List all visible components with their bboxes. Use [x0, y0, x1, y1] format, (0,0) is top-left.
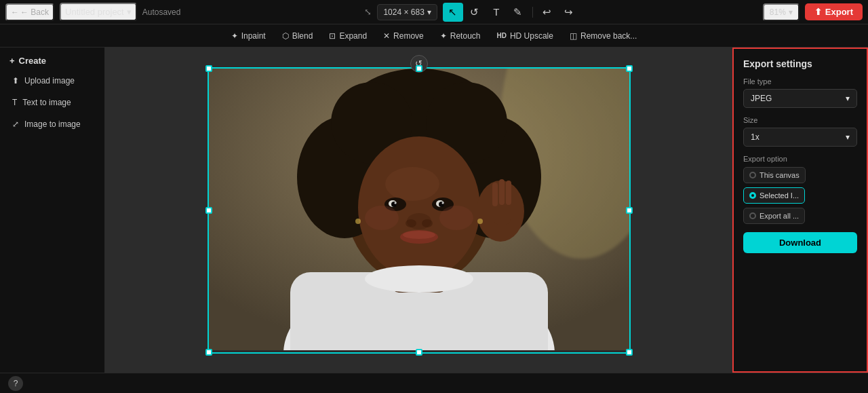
sidebar-item-text-to-image[interactable]: T Text to image — [5, 93, 99, 112]
selected-radio[interactable]: Selected I... — [743, 187, 805, 204]
redo-button[interactable]: ↪ — [559, 3, 579, 22]
sidebar: + Create ⬆ Upload image T Text to image … — [0, 48, 105, 373]
upscale-icon: HD — [496, 32, 506, 39]
expand-icon: ⊡ — [329, 31, 336, 41]
refresh-icon: ↺ — [470, 6, 479, 18]
selection-handle-tc[interactable] — [416, 65, 422, 72]
selection-handle-bl[interactable] — [205, 349, 212, 356]
svg-point-24 — [422, 219, 433, 227]
sidebar-section-title: + Create — [5, 53, 99, 69]
chevron-down-icon: ▾ — [846, 94, 850, 103]
zoom-level: 81% — [770, 7, 786, 17]
help-button[interactable]: ? — [8, 376, 23, 391]
canvas-image-container[interactable]: ↺ — [208, 67, 631, 354]
image-to-image-icon: ⤢ — [12, 119, 19, 129]
zoom-button[interactable]: 81% ▾ — [763, 3, 800, 21]
svg-point-27 — [365, 206, 399, 230]
chevron-down-icon: ▾ — [127, 7, 132, 17]
remove-tool-button[interactable]: ✕ Remove — [376, 29, 431, 43]
help-icon: ? — [14, 379, 18, 388]
svg-point-26 — [403, 231, 435, 239]
export-settings-title: Export settings — [743, 58, 857, 69]
size-value: 1x — [751, 132, 760, 142]
undo-button[interactable]: ↩ — [537, 3, 557, 22]
retouch-label: Retouch — [450, 31, 481, 41]
toolbar-divider — [532, 7, 533, 18]
file-type-label: File type — [743, 77, 857, 86]
svg-point-28 — [439, 206, 473, 230]
selection-handle-ml[interactable] — [205, 207, 212, 214]
topbar-right: 81% ▾ ⬆ Export — [763, 3, 863, 21]
pen-icon: ✎ — [513, 6, 522, 18]
svg-rect-33 — [506, 181, 511, 205]
this-canvas-radio[interactable]: This canvas — [743, 167, 806, 183]
sidebar-item-upload-image[interactable]: ⬆ Upload image — [5, 71, 99, 90]
size-select[interactable]: 1x ▾ — [743, 128, 857, 147]
cursor-tool-button[interactable]: ↖ — [443, 3, 463, 22]
refresh-button[interactable]: ↺ — [465, 3, 485, 22]
expand-tool-button[interactable]: ⊡ Expand — [322, 29, 374, 43]
svg-point-23 — [406, 219, 416, 227]
remove-bg-label: Remove back... — [580, 31, 637, 41]
svg-point-34 — [365, 265, 473, 293]
size-label: Size — [743, 116, 857, 124]
canvas-image — [209, 69, 629, 350]
blend-label: Blend — [292, 31, 313, 41]
sidebar-item-image-to-image[interactable]: ⤢ Image to image — [5, 115, 99, 134]
remove-label: Remove — [393, 31, 424, 41]
project-name-button[interactable]: Untitled project ▾ — [60, 3, 137, 21]
remove-icon: ✕ — [383, 31, 390, 41]
remove-bg-icon: ◫ — [570, 31, 577, 41]
blend-tool-button[interactable]: ⬡ Blend — [275, 29, 320, 43]
export-all-radio-dot — [749, 212, 756, 219]
export-button[interactable]: ⬆ Export — [805, 3, 863, 20]
selection-handle-bc[interactable] — [416, 349, 422, 356]
export-panel: Export settings File type JPEG ▾ Size 1x… — [732, 48, 868, 373]
image-to-image-label: Image to image — [24, 119, 81, 129]
sidebar-create-label: Create — [19, 56, 46, 66]
selection-handle-br[interactable] — [626, 349, 633, 356]
selection-handle-tr[interactable] — [626, 65, 633, 72]
export-all-label: Export all ... — [760, 212, 799, 220]
svg-rect-31 — [492, 183, 498, 206]
canvas-size-button[interactable]: 1024 × 683 ▾ — [377, 4, 437, 20]
svg-point-36 — [477, 219, 483, 224]
plus-icon: + — [9, 56, 15, 66]
export-all-button[interactable]: Export all ... — [743, 208, 805, 224]
svg-point-20 — [394, 202, 396, 204]
back-label: ← Back — [20, 7, 49, 17]
chevron-down-icon: ▾ — [789, 7, 793, 17]
text-icon: T — [12, 98, 17, 107]
export-option-label: Export option — [743, 155, 857, 163]
topbar: ← ← Back Untitled project ▾ Autosaved ⤡ … — [0, 0, 868, 24]
upscale-tool-button[interactable]: HD HD Upscale — [490, 29, 559, 43]
inpaint-tool-button[interactable]: ✦ Inpaint — [224, 29, 273, 43]
topbar-center: ⤡ 1024 × 683 ▾ ↖ ↺ T ✎ ↩ ↪ — [186, 3, 757, 22]
text-icon: T — [493, 6, 499, 18]
upscale-label: HD Upscale — [510, 31, 553, 41]
selected-label: Selected I... — [760, 191, 799, 200]
file-type-select[interactable]: JPEG ▾ — [743, 89, 857, 108]
file-type-section: File type JPEG ▾ — [743, 77, 857, 108]
undo-icon: ↩ — [542, 6, 551, 18]
redo-icon: ↪ — [564, 6, 573, 18]
selected-radio-dot — [749, 192, 756, 199]
retouch-icon: ✦ — [440, 31, 447, 41]
download-button[interactable]: Download — [743, 232, 857, 253]
selection-handle-mr[interactable] — [626, 207, 633, 214]
back-button[interactable]: ← ← Back — [5, 3, 54, 21]
upload-icon: ⬆ — [12, 76, 19, 86]
retouch-tool-button[interactable]: ✦ Retouch — [433, 29, 488, 43]
svg-rect-32 — [499, 179, 505, 205]
export-option-section: Export option This canvas Selected I... … — [743, 155, 857, 224]
pen-tool-button[interactable]: ✎ — [508, 3, 528, 22]
blend-icon: ⬡ — [282, 31, 289, 41]
arrow-left-icon: ← — [11, 7, 19, 17]
text-tool-button[interactable]: T — [486, 3, 507, 22]
selection-handle-tl[interactable] — [205, 65, 212, 72]
export-label: Export — [825, 7, 853, 17]
export-icon: ⬆ — [814, 7, 822, 17]
cursor-icon: ↖ — [448, 6, 457, 18]
topbar-left: ← ← Back Untitled project ▾ Autosaved — [5, 3, 180, 21]
remove-bg-tool-button[interactable]: ◫ Remove back... — [563, 29, 644, 43]
